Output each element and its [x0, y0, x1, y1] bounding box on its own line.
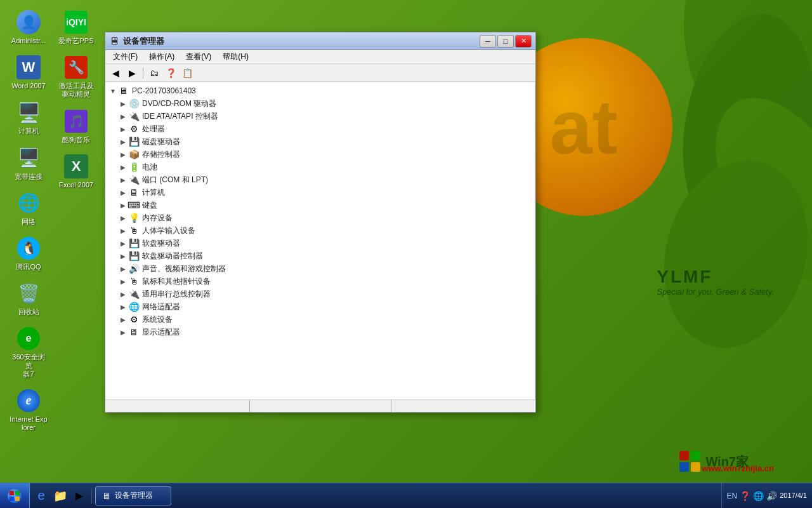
language-indicator[interactable]: EN	[727, 491, 738, 500]
win7-logo: Win7家	[679, 450, 749, 473]
tree-item-mouse[interactable]: ▶ 🖱 鼠标和其他指针设备	[118, 275, 532, 288]
desktop-icon-tools[interactable]: 🔧 激活工具及驱动精灵	[54, 51, 98, 102]
tree-item-computer-root[interactable]: ▼ 🖥 PC-201703061403	[108, 84, 532, 97]
desktop-icon-word[interactable]: W Word 2007	[6, 51, 51, 93]
window-content: ▼ 🖥 PC-201703061403 ▶ 💿 DVD/CD-ROM 驱动器	[105, 82, 535, 399]
svg-point-0	[653, 0, 812, 209]
system-clock[interactable]: 2017/4/1	[780, 491, 807, 500]
start-button[interactable]	[0, 483, 30, 509]
desktop-icon-recycle[interactable]: 🗑️ 回收站	[6, 277, 51, 319]
desktop-icon-iqiyi[interactable]: iQIYI 爱奇艺PPS	[54, 6, 98, 48]
desktop-icon-qq[interactable]: 🐧 腾讯QQ	[6, 232, 51, 274]
desktop: at YLMF Special for you, Green & Safety.…	[0, 0, 812, 508]
tree-item-ide[interactable]: ▶ 🔌 IDE ATA/ATAPI 控制器	[118, 110, 532, 123]
window-title-text: 设备管理器	[123, 36, 164, 47]
svg-rect-4	[679, 451, 689, 460]
tree-item-port[interactable]: ▶ 🔌 端口 (COM 和 LPT)	[118, 173, 532, 186]
expand-icon-root[interactable]: ▼	[108, 86, 118, 96]
tree-item-floppyctrl[interactable]: ▶ 💾 软盘驱动器控制器	[118, 250, 532, 262]
desktop-icon-music[interactable]: 🎵 酷狗音乐	[54, 105, 98, 147]
menu-file[interactable]: 文件(F)	[108, 50, 143, 64]
tree-item-hid[interactable]: ▶ 🖱 人体学输入设备	[118, 224, 532, 237]
taskbar-quick-explorer[interactable]: 📁	[51, 486, 69, 505]
svg-rect-8	[10, 491, 14, 495]
svg-point-1	[666, 3, 812, 250]
tree-item-cpu[interactable]: ▶ ⚙ 处理器	[118, 123, 532, 135]
desktop-icon-broadband[interactable]: 🖥️ 宽带连接	[6, 142, 51, 184]
window-titlebar[interactable]: 🖥 设备管理器 ─ □ ✕	[105, 32, 535, 50]
menu-help[interactable]: 帮助(H)	[218, 50, 254, 64]
tree-item-keyboard[interactable]: ▶ ⌨ 键盘	[118, 199, 532, 211]
tree-item-usb[interactable]: ▶ 🔌 通用串行总线控制器	[118, 288, 532, 300]
desktop-icon-excel[interactable]: X Excel 2007	[54, 150, 98, 192]
device-manager-window: 🖥 设备管理器 ─ □ ✕ 文件(F) 操作(A) 查看(V) 帮助(H) ◀ …	[105, 32, 536, 413]
toolbar-props[interactable]: 📋	[180, 66, 195, 80]
tree-icon-computer-root: 🖥	[118, 85, 129, 97]
svg-rect-9	[15, 491, 20, 495]
tree-item-storage[interactable]: ▶ 📦 存储控制器	[118, 148, 532, 161]
status-segment-1	[108, 400, 250, 412]
tree-node-root: ▼ 🖥 PC-201703061403 ▶ 💿 DVD/CD-ROM 驱动器	[108, 84, 532, 338]
toolbar-back[interactable]: ◀	[108, 66, 123, 80]
tree-item-memory[interactable]: ▶ 💡 内存设备	[118, 211, 532, 224]
taskbar-quick-ie[interactable]: e	[32, 486, 50, 505]
toolbar-help[interactable]: ❓	[163, 66, 178, 80]
tree-item-sound[interactable]: ▶ 🔊 声音、视频和游戏控制器	[118, 262, 532, 275]
tree-item-battery[interactable]: ▶ 🔋 电池	[118, 161, 532, 173]
device-tree[interactable]: ▼ 🖥 PC-201703061403 ▶ 💿 DVD/CD-ROM 驱动器	[105, 82, 535, 399]
network-tray-icon[interactable]: 🌐	[753, 491, 764, 501]
menu-bar: 文件(F) 操作(A) 查看(V) 帮助(H)	[105, 50, 535, 64]
help-icon[interactable]: ❓	[740, 491, 750, 501]
window-controls: ─ □ ✕	[480, 35, 532, 48]
status-segment-3	[391, 400, 533, 412]
desktop-icon-admin[interactable]: 👤 Administr...	[6, 6, 51, 48]
toolbar-sep1	[143, 67, 143, 79]
brand-name: YLMF Special for you, Green & Safety.	[657, 267, 774, 297]
start-orb	[8, 489, 22, 503]
tree-item-computer[interactable]: ▶ 🖥 计算机	[118, 186, 532, 199]
toolbar: ◀ ▶ 🗂 ❓ 📋	[105, 64, 535, 82]
status-bar	[105, 399, 535, 412]
taskbar-window-device-mgr[interactable]: 🖥 设备管理器	[95, 486, 171, 505]
tree-item-sysdev[interactable]: ▶ ⚙ 系统设备	[118, 313, 532, 326]
tree-item-dvdrom[interactable]: ▶ 💿 DVD/CD-ROM 驱动器	[118, 97, 532, 110]
svg-point-3	[644, 144, 812, 364]
desktop-icon-computer[interactable]: 🖥️ 计算机	[6, 97, 51, 138]
toolbar-view[interactable]: 🗂	[147, 66, 162, 80]
menu-view[interactable]: 查看(V)	[181, 50, 216, 64]
taskbar: e 📁 ▶ 🖥 设备管理器 EN ❓ 🌐 🔊 2017/4/1	[0, 483, 812, 508]
status-segment-2	[250, 400, 392, 412]
close-button[interactable]: ✕	[515, 35, 532, 48]
desktop-icon-ie[interactable]: e Internet Explorer	[6, 385, 51, 435]
toolbar-forward[interactable]: ▶	[124, 66, 140, 80]
tree-item-display[interactable]: ▶ 🖥 显示适配器	[118, 326, 532, 338]
tree-item-netadapter[interactable]: ▶ 🌐 网络适配器	[118, 300, 532, 313]
svg-rect-11	[15, 497, 20, 501]
svg-rect-7	[691, 462, 700, 472]
tree-item-floppy[interactable]: ▶ 💾 软盘驱动器	[118, 237, 532, 250]
system-tray: EN ❓ 🌐 🔊 2017/4/1	[721, 483, 813, 509]
desktop-icon-area: 👤 Administr... W Word 2007 🖥️ 计算机 🖥️ 宽带连…	[6, 6, 108, 464]
taskbar-quick-media[interactable]: ▶	[70, 486, 88, 505]
tree-item-disk[interactable]: ▶ 💾 磁盘驱动器	[118, 135, 532, 148]
svg-rect-6	[679, 462, 689, 472]
desktop-icon-360[interactable]: e 360安全浏览器7	[6, 323, 51, 382]
svg-rect-5	[691, 451, 700, 460]
window-title-icon: 🖥	[109, 36, 119, 47]
volume-icon[interactable]: 🔊	[766, 491, 777, 501]
taskbar-separator	[91, 488, 92, 504]
menu-action[interactable]: 操作(A)	[144, 50, 180, 64]
desktop-icon-network[interactable]: 🌐 网络	[6, 187, 51, 229]
minimize-button[interactable]: ─	[480, 35, 496, 48]
maximize-button[interactable]: □	[497, 35, 514, 48]
taskbar-items: e 📁 ▶ 🖥 设备管理器	[30, 483, 721, 509]
svg-rect-10	[10, 497, 14, 501]
